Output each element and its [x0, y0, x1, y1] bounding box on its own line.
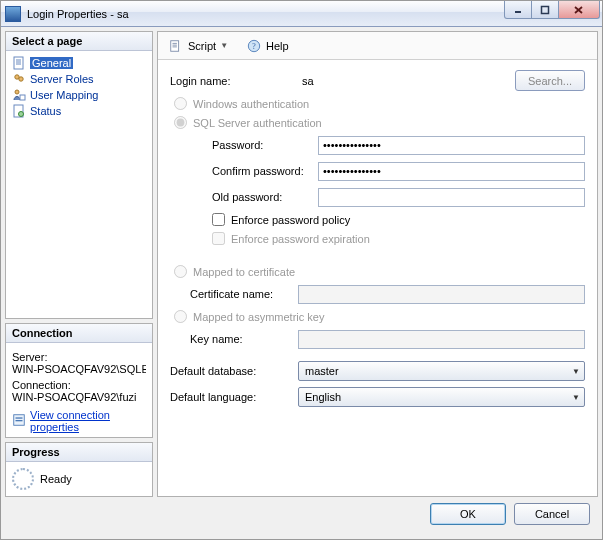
- key-name-label: Key name:: [190, 333, 298, 345]
- cert-name-label: Certificate name:: [190, 288, 298, 300]
- mapped-asym-radio-input: [174, 310, 187, 323]
- progress-status: Ready: [40, 473, 72, 485]
- page-label: Server Roles: [30, 73, 94, 85]
- svg-rect-15: [16, 417, 23, 418]
- page-status[interactable]: Status: [10, 103, 148, 119]
- default-db-combo[interactable]: master ▼: [298, 361, 585, 381]
- svg-point-9: [19, 77, 23, 81]
- page-label: User Mapping: [30, 89, 98, 101]
- window-controls: [505, 1, 600, 19]
- close-icon: [573, 5, 585, 15]
- minimize-icon: [513, 5, 523, 15]
- page-user-mapping[interactable]: User Mapping: [10, 87, 148, 103]
- page-label: Status: [30, 105, 61, 117]
- mapped-asym-radio: Mapped to asymmetric key: [170, 310, 585, 323]
- key-name-row: Key name:: [190, 329, 585, 349]
- svg-rect-1: [542, 6, 549, 13]
- page-server-roles[interactable]: Server Roles: [10, 71, 148, 87]
- progress-header: Progress: [6, 443, 152, 462]
- view-connection-properties-link[interactable]: View connection properties: [12, 409, 146, 433]
- svg-text:?: ?: [252, 41, 256, 50]
- connection-label: Connection:: [12, 379, 146, 391]
- minimize-button[interactable]: [504, 1, 532, 19]
- server-label: Server:: [12, 351, 146, 363]
- mapped-cert-label: Mapped to certificate: [193, 266, 295, 278]
- status-icon: [12, 104, 26, 118]
- svg-rect-17: [171, 40, 179, 51]
- roles-icon: [12, 72, 26, 86]
- select-page-panel: Select a page General Server Roles User …: [5, 31, 153, 319]
- progress-panel: Progress Ready: [5, 442, 153, 497]
- connection-body: Server: WIN-PSOACQFAV92\SQLEXPRE Connect…: [6, 343, 152, 437]
- maximize-icon: [540, 5, 550, 15]
- view-connection-properties-label: View connection properties: [30, 409, 146, 433]
- server-value: WIN-PSOACQFAV92\SQLEXPRE: [12, 363, 146, 375]
- enforce-expiration-check: Enforce password expiration: [190, 232, 585, 245]
- left-column: Select a page General Server Roles User …: [5, 31, 153, 497]
- cert-name-input: [298, 285, 585, 304]
- svg-rect-4: [14, 57, 23, 69]
- password-row: Password:: [190, 135, 585, 155]
- form-area: Login name: Search... Windows authentica…: [158, 60, 597, 496]
- sql-auth-radio: SQL Server authentication: [170, 116, 585, 129]
- default-db-row: Default database: master ▼: [170, 361, 585, 381]
- main-wrap: Select a page General Server Roles User …: [1, 27, 602, 539]
- mapping-icon: [12, 88, 26, 102]
- select-page-header: Select a page: [6, 32, 152, 51]
- windows-auth-radio-input: [174, 97, 187, 110]
- script-icon: [168, 38, 184, 54]
- sql-auth-radio-input: [174, 116, 187, 129]
- chevron-down-icon: ▼: [220, 41, 228, 50]
- progress-spinner-icon: [12, 468, 34, 490]
- confirm-password-row: Confirm password:: [190, 161, 585, 181]
- enforce-policy-check[interactable]: Enforce password policy: [190, 213, 585, 226]
- help-button[interactable]: ? Help: [242, 36, 293, 56]
- script-label: Script: [188, 40, 216, 52]
- default-lang-row: Default language: English ▼: [170, 387, 585, 407]
- titlebar: Login Properties - sa: [1, 1, 602, 27]
- ok-button[interactable]: OK: [430, 503, 506, 525]
- page-general[interactable]: General: [10, 55, 148, 71]
- default-db-value: master: [305, 365, 339, 377]
- login-name-label: Login name:: [170, 75, 298, 87]
- connection-value: WIN-PSOACQFAV92\fuzi: [12, 391, 146, 403]
- old-password-row: Old password:: [190, 187, 585, 207]
- enforce-policy-checkbox[interactable]: [212, 213, 225, 226]
- page-label: General: [30, 57, 73, 69]
- mapped-cert-radio-input: [174, 265, 187, 278]
- toolbar: Script ▼ ? Help: [158, 32, 597, 60]
- help-label: Help: [266, 40, 289, 52]
- key-name-input: [298, 330, 585, 349]
- bottom-buttons: OK Cancel: [5, 497, 598, 531]
- maximize-button[interactable]: [531, 1, 559, 19]
- sql-auth-label: SQL Server authentication: [193, 117, 322, 129]
- svg-rect-16: [16, 420, 23, 421]
- confirm-password-input[interactable]: [318, 162, 585, 181]
- close-button[interactable]: [558, 1, 600, 19]
- windows-auth-label: Windows authentication: [193, 98, 309, 110]
- cancel-button[interactable]: Cancel: [514, 503, 590, 525]
- mapped-cert-radio: Mapped to certificate: [170, 265, 585, 278]
- default-lang-combo[interactable]: English ▼: [298, 387, 585, 407]
- help-icon: ?: [246, 38, 262, 54]
- window-title: Login Properties - sa: [27, 8, 129, 20]
- connection-header: Connection: [6, 324, 152, 343]
- old-password-input[interactable]: [318, 188, 585, 207]
- password-input[interactable]: [318, 136, 585, 155]
- progress-body: Ready: [6, 462, 152, 496]
- chevron-down-icon: ▼: [572, 393, 580, 402]
- columns: Select a page General Server Roles User …: [5, 31, 598, 497]
- cert-name-row: Certificate name:: [190, 284, 585, 304]
- enforce-policy-label: Enforce password policy: [231, 214, 350, 226]
- password-label: Password:: [190, 139, 318, 151]
- script-button[interactable]: Script ▼: [164, 36, 232, 56]
- page-icon: [12, 56, 26, 70]
- mapped-asym-label: Mapped to asymmetric key: [193, 311, 324, 323]
- login-name-input: [298, 71, 509, 90]
- default-lang-label: Default language:: [170, 391, 298, 403]
- svg-point-10: [15, 90, 19, 94]
- enforce-expiration-checkbox: [212, 232, 225, 245]
- sql-auth-section: Password: Confirm password: Old password…: [190, 135, 585, 245]
- properties-icon: [12, 413, 26, 429]
- page-tree: General Server Roles User Mapping Status: [6, 51, 152, 123]
